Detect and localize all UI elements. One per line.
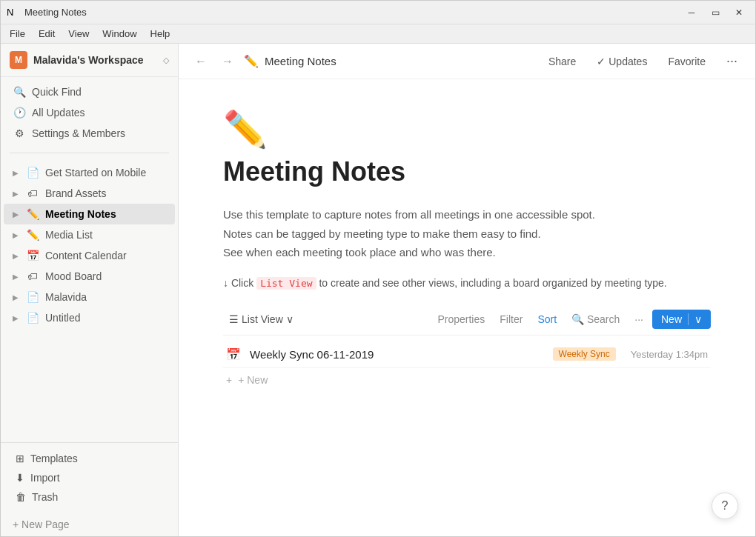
new-row-button[interactable]: + + New bbox=[223, 368, 711, 392]
workspace-icon: M bbox=[10, 51, 27, 69]
calendar-icon: 📅 bbox=[26, 249, 39, 262]
window-title: Meeting Notes bbox=[24, 7, 675, 18]
sidebar-item-malavida[interactable]: ▶ 📄 Malavida bbox=[4, 287, 175, 307]
menu-edit[interactable]: Edit bbox=[33, 27, 61, 41]
page-icon: 📄 bbox=[26, 290, 39, 304]
chevron-right-icon: ▶ bbox=[13, 314, 19, 322]
chevron-right-icon: ▶ bbox=[13, 231, 19, 239]
sidebar-item-settings[interactable]: ⚙ Settings & Members bbox=[4, 123, 175, 144]
menu-help[interactable]: Help bbox=[145, 27, 176, 41]
gear-icon: ⚙ bbox=[13, 127, 26, 140]
page-icon: 📄 bbox=[26, 166, 39, 179]
menu-window[interactable]: Window bbox=[96, 27, 142, 41]
menu-file[interactable]: File bbox=[4, 27, 31, 41]
topbar-actions: Share ✓ Updates Favorite ··· bbox=[543, 50, 743, 72]
app-icon: N bbox=[7, 7, 19, 19]
list-view-link[interactable]: List View bbox=[256, 277, 316, 290]
sidebar-item-brand-assets[interactable]: ▶ 🏷 Brand Assets bbox=[4, 183, 175, 204]
sidebar: M Malavida's Workspace ◇ 🔍 Quick Find 🕐 … bbox=[1, 44, 179, 536]
page-description: Use this template to capture notes from … bbox=[223, 205, 711, 262]
forward-button[interactable]: → bbox=[217, 52, 238, 71]
maximize-button[interactable]: ▭ bbox=[705, 4, 726, 21]
favorite-button[interactable]: Favorite bbox=[662, 53, 712, 70]
import-icon: ⬇ bbox=[16, 472, 24, 484]
window-controls: ─ ▭ ✕ bbox=[681, 4, 749, 21]
page-content: ✏️ Meeting Notes Use this template to ca… bbox=[179, 79, 755, 536]
database-toolbar: ☰ List View ∨ Properties Filter Sort 🔍 S… bbox=[223, 304, 711, 336]
sidebar-top-section: 🔍 Quick Find 🕐 All Updates ⚙ Settings & … bbox=[1, 77, 178, 148]
sidebar-item-import[interactable]: ⬇ Import bbox=[7, 468, 172, 487]
row-title: Weekly Sync 06-11-2019 bbox=[250, 348, 544, 361]
page-title-topbar: Meeting Notes bbox=[265, 55, 336, 67]
chevron-right-icon: ▶ bbox=[13, 252, 19, 260]
chevron-down-icon: ∨ bbox=[286, 313, 294, 325]
page-icon: 📄 bbox=[26, 311, 39, 324]
sidebar-item-all-updates[interactable]: 🕐 All Updates bbox=[4, 102, 175, 123]
sidebar-item-meeting-notes[interactable]: ▶ ✏️ Meeting Notes bbox=[4, 204, 175, 224]
properties-button[interactable]: Properties bbox=[431, 310, 491, 328]
row-date: Yesterday 1:34pm bbox=[631, 349, 708, 360]
chevron-right-icon: ▶ bbox=[13, 210, 19, 219]
filter-button[interactable]: Filter bbox=[494, 310, 528, 328]
menu-view[interactable]: View bbox=[62, 27, 95, 41]
back-button[interactable]: ← bbox=[190, 52, 211, 71]
sidebar-item-trash[interactable]: 🗑 Trash bbox=[7, 487, 172, 507]
app-window: N Meeting Notes ─ ▭ ✕ File Edit View Win… bbox=[0, 0, 756, 537]
plus-icon: + bbox=[226, 374, 232, 386]
sidebar-item-media-list[interactable]: ▶ ✏️ Media List bbox=[4, 224, 175, 245]
sidebar-item-untitled[interactable]: ▶ 📄 Untitled bbox=[4, 307, 175, 328]
weekly-sync-tag[interactable]: Weekly Sync bbox=[553, 347, 616, 361]
help-button[interactable]: ? bbox=[712, 493, 738, 519]
sidebar-item-content-calendar[interactable]: ▶ 📅 Content Calendar bbox=[4, 245, 175, 266]
sort-button[interactable]: Sort bbox=[531, 310, 563, 328]
page-hint: ↓ Click List View to create and see othe… bbox=[223, 277, 711, 289]
sidebar-item-get-started[interactable]: ▶ 📄 Get Started on Mobile bbox=[4, 162, 175, 183]
new-chevron-icon: ∨ bbox=[689, 313, 702, 325]
sidebar-divider bbox=[10, 153, 169, 153]
pencil-icon: ✏️ bbox=[26, 207, 39, 221]
sidebar-item-quick-find[interactable]: 🔍 Quick Find bbox=[4, 81, 175, 102]
clock-icon: 🕐 bbox=[13, 106, 26, 119]
page-header: ✏️ Meeting Notes bbox=[223, 109, 711, 187]
workspace-name: Malavida's Workspace bbox=[33, 54, 157, 66]
topbar: ← → ✏️ Meeting Notes Share ✓ Updates Fav… bbox=[179, 44, 755, 79]
new-entry-button[interactable]: New ∨ bbox=[652, 310, 711, 329]
workspace-chevron: ◇ bbox=[163, 56, 169, 65]
page-icon-small: ✏️ bbox=[244, 54, 259, 68]
search-icon: 🔍 bbox=[13, 85, 26, 99]
close-button[interactable]: ✕ bbox=[729, 4, 749, 21]
chevron-right-icon: ▶ bbox=[13, 273, 19, 281]
chevron-right-icon: ▶ bbox=[13, 190, 19, 198]
pencil-icon: ✏️ bbox=[26, 228, 39, 241]
workspace-header[interactable]: M Malavida's Workspace ◇ bbox=[1, 44, 178, 77]
trash-icon: 🗑 bbox=[16, 491, 26, 503]
table-row[interactable]: 📅 Weekly Sync 06-11-2019 Weekly Sync Yes… bbox=[223, 341, 711, 368]
calendar-row-icon: 📅 bbox=[226, 347, 241, 361]
sidebar-pages-section: ▶ 📄 Get Started on Mobile ▶ 🏷 Brand Asse… bbox=[1, 158, 178, 333]
list-view-button[interactable]: ☰ List View ∨ bbox=[223, 310, 299, 328]
more-options-db-button[interactable]: ··· bbox=[629, 310, 649, 328]
updates-button[interactable]: ✓ Updates bbox=[591, 53, 653, 70]
search-button[interactable]: 🔍 Search bbox=[566, 310, 626, 328]
page-emoji: ✏️ bbox=[223, 109, 711, 150]
list-view-icon: ☰ bbox=[229, 313, 239, 325]
sidebar-item-templates[interactable]: ⊞ Templates bbox=[7, 449, 172, 468]
sidebar-footer: ⊞ Templates ⬇ Import 🗑 Trash bbox=[1, 442, 178, 513]
share-button[interactable]: Share bbox=[543, 53, 582, 70]
minimize-button[interactable]: ─ bbox=[681, 4, 702, 21]
page-title: Meeting Notes bbox=[223, 156, 405, 187]
tag-icon: 🏷 bbox=[26, 187, 39, 200]
chevron-right-icon: ▶ bbox=[13, 169, 19, 177]
sidebar-item-mood-board[interactable]: ▶ 🏷 Mood Board bbox=[4, 266, 175, 287]
templates-icon: ⊞ bbox=[16, 453, 24, 464]
more-options-button[interactable]: ··· bbox=[720, 50, 743, 72]
tag-icon: 🏷 bbox=[26, 270, 39, 283]
titlebar: N Meeting Notes ─ ▭ ✕ bbox=[1, 1, 755, 24]
main-area: ← → ✏️ Meeting Notes Share ✓ Updates Fav… bbox=[179, 44, 755, 536]
menubar: File Edit View Window Help bbox=[1, 24, 755, 44]
app-body: M Malavida's Workspace ◇ 🔍 Quick Find 🕐 … bbox=[1, 44, 755, 536]
chevron-right-icon: ▶ bbox=[13, 293, 19, 301]
new-page-button[interactable]: + New Page bbox=[1, 513, 178, 536]
